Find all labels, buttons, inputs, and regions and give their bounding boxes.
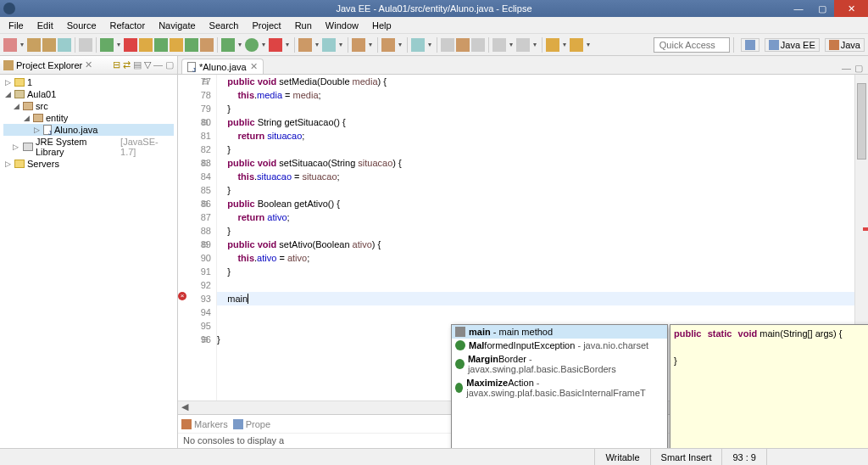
status-writable: Writable	[594, 449, 649, 465]
tree-item-1[interactable]: ▷1	[3, 76, 174, 88]
menu-bar: FileEditSourceRefactorNavigateSearchProj…	[0, 17, 868, 34]
view-menu-icon[interactable]: ▽	[144, 59, 151, 70]
quick-access-input[interactable]	[654, 37, 730, 53]
error-marker[interactable]	[863, 227, 868, 231]
open-type-icon[interactable]	[381, 38, 395, 52]
minimize-button[interactable]: —	[787, 0, 810, 17]
project-explorer-icon	[3, 60, 14, 70]
package-icon[interactable]	[352, 38, 365, 52]
status-bar: Writable Smart Insert 93 : 9	[0, 448, 868, 465]
run-last-icon[interactable]	[269, 38, 282, 52]
status-empty	[766, 449, 868, 465]
package-icon	[33, 114, 43, 122]
menu-edit[interactable]: Edit	[31, 19, 60, 32]
search-icon[interactable]	[411, 38, 425, 52]
scroll-left-icon[interactable]: ◀	[178, 401, 192, 414]
back-icon[interactable]	[546, 38, 559, 52]
proposal-item[interactable]: MaximizeAction - javax.swing.plaf.basic.…	[452, 376, 667, 400]
tool-icon[interactable]	[79, 38, 92, 52]
maximize-button[interactable]: ▢	[810, 0, 834, 17]
project-icon	[14, 90, 25, 98]
debug-icon[interactable]	[100, 38, 114, 52]
properties-icon	[233, 419, 243, 429]
server-icon[interactable]	[298, 38, 312, 52]
window-title: Java EE - Aula01/src/entity/Aluno.java -…	[336, 3, 531, 14]
next-annotation-icon[interactable]	[516, 38, 530, 52]
collapse-all-icon[interactable]: ⊟	[113, 59, 120, 70]
markers-tab[interactable]: Markers	[181, 419, 228, 429]
close-button[interactable]: ✕	[834, 0, 868, 17]
menu-refactor[interactable]: Refactor	[103, 19, 153, 32]
annotation-icon[interactable]	[492, 38, 506, 52]
menu-window[interactable]: Window	[319, 19, 365, 32]
new-server-icon[interactable]	[322, 38, 336, 52]
editor-tab-aluno[interactable]: *Aluno.java ✕	[181, 59, 264, 74]
open-perspective-button[interactable]	[741, 38, 760, 52]
menu-project[interactable]: Project	[245, 19, 287, 32]
java-file-icon	[43, 125, 52, 135]
toggle-icon[interactable]	[139, 38, 153, 52]
class-icon	[455, 359, 465, 369]
editor-area: *Aluno.java ✕ — ▢ 77⊟787980⊟818283⊟84858…	[178, 56, 868, 448]
src-folder-icon	[23, 102, 33, 110]
markers-icon	[181, 419, 192, 429]
bug-icon[interactable]	[221, 38, 235, 52]
save-all-icon[interactable]	[42, 38, 56, 52]
tree-item-src[interactable]: ◢src	[3, 100, 174, 112]
tab-close-icon[interactable]: ✕	[250, 61, 258, 72]
toggle-mark-icon[interactable]	[456, 38, 470, 52]
resume-icon[interactable]	[154, 38, 168, 52]
minimize-editor-icon[interactable]: —	[842, 63, 851, 74]
content-assist-popup[interactable]: main - main methodMalformedInputExceptio…	[451, 324, 668, 448]
java-file-icon	[187, 62, 196, 72]
tree-item-servers[interactable]: ▷Servers	[3, 158, 174, 170]
nav-icon[interactable]	[441, 38, 454, 52]
menu-help[interactable]: Help	[365, 19, 398, 32]
minimize-view-icon[interactable]: —	[153, 59, 163, 70]
maximize-editor-icon[interactable]: ▢	[854, 63, 863, 74]
menu-navigate[interactable]: Navigate	[152, 19, 202, 32]
proposal-item[interactable]: MarginBorder - javax.swing.plaf.basic.Ba…	[452, 352, 667, 376]
proposal-item[interactable]: main - main method	[452, 325, 667, 339]
menu-file[interactable]: File	[2, 19, 31, 32]
scroll-thumb[interactable]	[857, 83, 866, 160]
tree-item-jre[interactable]: ▷JRE System Library [JavaSE-1.7]	[3, 136, 174, 158]
main-toolbar: ▾ ▾ ▾ ▾ ▾ ▾ ▾ ▾ ▾ ▾ ▾ ▾ ▾ ▾ Java EE Java	[0, 34, 868, 56]
status-cursor-position: 93 : 9	[721, 449, 766, 465]
view-title: Project Explorer ✕	[3, 59, 92, 70]
run-icon[interactable]	[245, 38, 259, 52]
menu-search[interactable]: Search	[203, 19, 246, 32]
pin-icon[interactable]	[471, 38, 485, 52]
step-over-icon[interactable]	[185, 38, 198, 52]
proposal-list[interactable]: main - main methodMalformedInputExceptio…	[452, 325, 667, 448]
open-perspective-icon	[745, 40, 755, 50]
step-into-icon[interactable]	[200, 38, 214, 52]
properties-tab[interactable]: Prope	[233, 419, 270, 429]
link-editor-icon[interactable]: ⇄	[123, 59, 131, 70]
tree-item-aluno[interactable]: ▷Aluno.java	[3, 124, 174, 136]
save-icon[interactable]	[27, 38, 41, 52]
menu-source[interactable]: Source	[60, 19, 103, 32]
focus-icon[interactable]: ▤	[133, 59, 142, 70]
print-icon[interactable]	[58, 38, 71, 52]
proposal-item[interactable]: MalformedInputException - java.nio.chars…	[452, 339, 667, 352]
perspective-javaee[interactable]: Java EE	[765, 38, 820, 52]
forward-icon[interactable]	[570, 38, 583, 52]
doc-content: public static void main(String[] args) {…	[670, 325, 868, 448]
stop-icon[interactable]	[124, 38, 137, 52]
step-icon[interactable]	[170, 38, 183, 52]
perspective-java[interactable]: Java	[825, 38, 865, 52]
documentation-popup[interactable]: public static void main(String[] args) {…	[670, 324, 868, 448]
view-close-icon[interactable]: ✕	[85, 59, 92, 70]
menu-run[interactable]: Run	[288, 19, 319, 32]
status-insert-mode: Smart Insert	[650, 449, 722, 465]
tree-item-entity[interactable]: ◢entity	[3, 112, 174, 124]
tree-item-aula01[interactable]: ◢Aula01	[3, 88, 174, 100]
javaee-icon	[769, 40, 779, 50]
folder-icon	[14, 160, 25, 168]
maximize-view-icon[interactable]: ▢	[165, 59, 174, 70]
project-tree[interactable]: ▷1 ◢Aula01 ◢src ◢entity ▷Aluno.java ▷JRE…	[0, 75, 177, 171]
dropdown-icon[interactable]: ▾	[19, 41, 25, 48]
new-icon[interactable]	[3, 38, 17, 52]
gutter[interactable]: 77⊟787980⊟818283⊟848586⊟878889⊟90919293×…	[178, 75, 217, 401]
